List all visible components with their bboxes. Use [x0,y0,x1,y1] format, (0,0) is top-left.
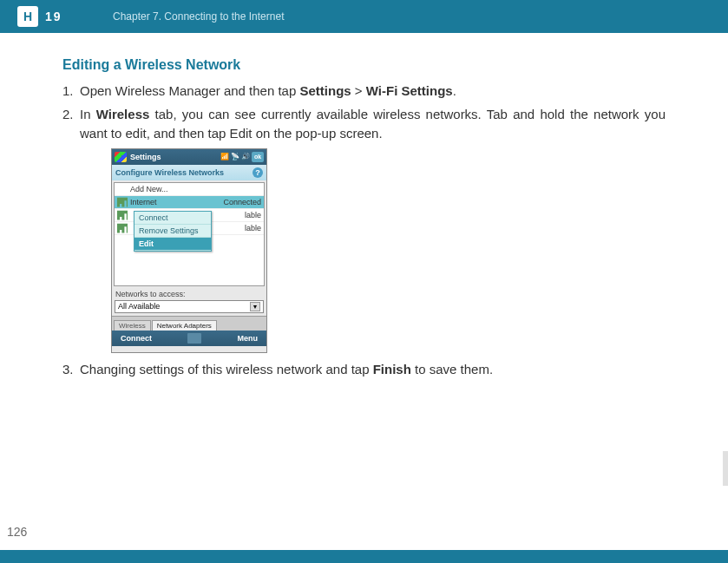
step-number: 1. [62,82,80,101]
text-fragment: to save them. [411,362,493,376]
wm-title: Settings [130,153,220,161]
ok-button[interactable]: ok [252,152,264,162]
text-fragment: Changing settings of this wireless netwo… [80,362,373,376]
keyboard-icon[interactable] [187,333,201,344]
bold-wireless: Wireless [96,107,150,121]
bold-finish: Finish [373,362,411,376]
step-2: 2. In Wireless tab, you can see currentl… [62,105,666,144]
page-number: 126 [7,525,27,539]
logo-text: 19 [45,10,62,23]
signal-icon [117,197,128,207]
footer-bar [0,550,728,563]
row-label: Internet [130,198,223,206]
instruction-list-cont: 3. Changing settings of this wireless ne… [62,360,666,380]
context-popup: Connect Remove Settings Edit [134,211,212,252]
tab-wireless[interactable]: Wireless [114,320,151,331]
softkey-connect[interactable]: Connect [121,334,152,343]
text-fragment: > [351,83,366,98]
step-text: Changing settings of this wireless netwo… [80,360,666,380]
text-fragment: Open Wireless Manager and then tap [80,83,299,98]
bold-settings: Settings [299,83,351,98]
start-flag-icon [115,152,127,162]
wm-row-internet[interactable]: Internet Connected [115,196,264,209]
blank-icon [117,184,128,194]
wm-bottombar: Connect Menu [112,331,266,346]
bold-wifi-settings: Wi-Fi Settings [366,83,453,98]
wm-network-list: Add New... Internet Connected lable labl… [114,182,265,286]
tab-network-adapters[interactable]: Network Adapters [152,320,217,331]
help-icon[interactable]: ? [253,167,263,178]
chevron-down-icon: ▼ [250,302,260,311]
chapter-title: Chapter 7. Connecting to the Internet [113,10,284,23]
text-fragment: In [80,107,96,121]
step-text: Open Wireless Manager and then tap Setti… [80,82,666,101]
logo-icon: H [17,6,38,27]
logo: H 19 [0,6,113,27]
page-content: Editing a Wireless Network 1. Open Wirel… [0,33,728,379]
wm-topbar: Settings 📶 📡 🔊 ok [112,149,266,165]
wireless-manager-screenshot: Settings 📶 📡 🔊 ok Configure Wireless Net… [111,148,267,353]
wm-row-addnew[interactable]: Add New... [115,183,264,196]
section-title: Editing a Wireless Network [62,57,666,73]
popup-remove-settings[interactable]: Remove Settings [134,225,211,238]
popup-connect[interactable]: Connect [134,212,211,225]
row-status: lable [245,224,261,232]
softkey-menu[interactable]: Menu [238,334,259,343]
wm-subheader-text: Configure Wireless Networks [115,168,224,177]
header-bar: H 19 Chapter 7. Connecting to the Intern… [0,0,728,33]
dropdown-value: All Available [118,302,160,311]
row-status: lable [245,211,261,219]
row-status: Connected [223,198,261,206]
step-text: In Wireless tab, you can see currently a… [80,105,666,144]
embedded-screenshot: Settings 📶 📡 🔊 ok Configure Wireless Net… [111,148,666,353]
signal-icon [117,223,128,233]
text-fragment: . [453,83,456,98]
wm-subheader: Configure Wireless Networks ? [112,165,266,180]
step-1: 1. Open Wireless Manager and then tap Se… [62,82,666,101]
access-label: Networks to access: [112,288,266,300]
wm-tray: 📶 📡 🔊 ok [220,152,264,162]
instruction-list: 1. Open Wireless Manager and then tap Se… [62,82,666,144]
signal-icon [117,210,128,220]
step-3: 3. Changing settings of this wireless ne… [62,360,666,380]
access-dropdown[interactable]: All Available ▼ [115,300,264,313]
step-number: 2. [62,105,80,144]
text-fragment: tab, you can see currently available wir… [80,107,666,141]
popup-edit[interactable]: Edit [134,238,211,251]
tray-signal-icon: 📶 [220,153,229,161]
wm-tabs: Wireless Network Adapters [112,316,266,331]
page-edge-decoration [723,451,728,486]
step-number: 3. [62,360,80,380]
tray-volume-icon: 🔊 [241,153,250,161]
row-label: Add New... [130,185,261,193]
tray-antenna-icon: 📡 [231,153,239,161]
